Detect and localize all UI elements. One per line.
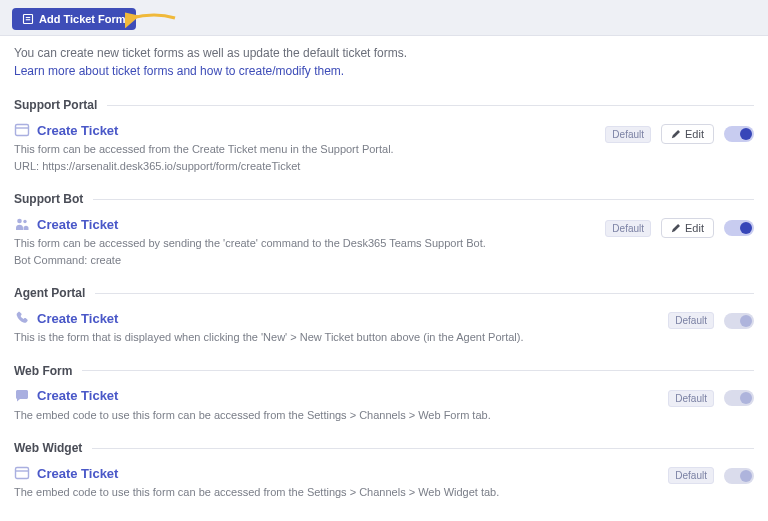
section: Web Widget Create Ticket The embed code …	[14, 441, 754, 501]
section: Support Bot Create Ticket This form can …	[14, 192, 754, 268]
form-actions: Default Edit	[605, 122, 754, 144]
form-row: Create Ticket The embed code to use this…	[14, 465, 754, 501]
teams-icon	[14, 216, 30, 232]
section-title: Support Bot	[14, 192, 83, 206]
divider	[107, 105, 754, 106]
divider	[92, 448, 754, 449]
form-actions: Default	[668, 465, 754, 484]
intro-line1: You can create new ticket forms as well …	[14, 46, 407, 60]
svg-point-5	[17, 219, 22, 224]
default-badge: Default	[668, 467, 714, 484]
phone-icon	[14, 310, 30, 326]
form-description: The embed code to use this form can be a…	[14, 484, 656, 501]
default-badge: Default	[668, 390, 714, 407]
intro-text: You can create new ticket forms as well …	[14, 44, 754, 80]
enable-toggle[interactable]	[724, 390, 754, 406]
form-row: Create Ticket This form can be accessed …	[14, 122, 754, 174]
section: Agent Portal Create Ticket This is the f…	[14, 286, 754, 346]
edit-button[interactable]: Edit	[661, 218, 714, 238]
section-header: Agent Portal	[14, 286, 754, 300]
section-header: Web Form	[14, 364, 754, 378]
enable-toggle[interactable]	[724, 126, 754, 142]
window-icon	[14, 122, 30, 138]
enable-toggle[interactable]	[724, 220, 754, 236]
form-actions: Default	[668, 310, 754, 329]
section-header: Web Widget	[14, 441, 754, 455]
chat-icon	[14, 388, 30, 404]
enable-toggle[interactable]	[724, 313, 754, 329]
form-subline: Bot Command: create	[14, 252, 593, 269]
section: Support Portal Create Ticket This form c…	[14, 98, 754, 174]
form-name-link[interactable]: Create Ticket	[37, 123, 118, 138]
section-title: Agent Portal	[14, 286, 85, 300]
enable-toggle[interactable]	[724, 468, 754, 484]
content-area: You can create new ticket forms as well …	[0, 36, 768, 521]
form-description: This is the form that is displayed when …	[14, 329, 656, 346]
default-badge: Default	[605, 220, 651, 237]
form-name-link[interactable]: Create Ticket	[37, 311, 118, 326]
callout-arrow	[125, 8, 180, 28]
form-icon	[22, 13, 34, 25]
section-title: Web Form	[14, 364, 72, 378]
top-bar: Add Ticket Form	[0, 0, 768, 36]
divider	[82, 370, 754, 371]
add-button-label: Add Ticket Form	[39, 13, 126, 25]
default-badge: Default	[668, 312, 714, 329]
learn-more-link[interactable]: Learn more about ticket forms and how to…	[14, 64, 344, 78]
form-name-link[interactable]: Create Ticket	[37, 466, 118, 481]
section-title: Web Widget	[14, 441, 82, 455]
section: Web Form Create Ticket The embed code to…	[14, 364, 754, 424]
default-badge: Default	[605, 126, 651, 143]
section-header: Support Portal	[14, 98, 754, 112]
section-title: Support Portal	[14, 98, 97, 112]
form-row: Create Ticket This is the form that is d…	[14, 310, 754, 346]
svg-rect-3	[16, 125, 29, 136]
form-description: The embed code to use this form can be a…	[14, 407, 656, 424]
form-actions: Default Edit	[605, 216, 754, 238]
form-row: Create Ticket The embed code to use this…	[14, 388, 754, 424]
svg-rect-7	[16, 468, 29, 479]
form-name-link[interactable]: Create Ticket	[37, 217, 118, 232]
add-ticket-form-button[interactable]: Add Ticket Form	[12, 8, 136, 30]
form-actions: Default	[668, 388, 754, 407]
svg-rect-0	[24, 15, 33, 24]
edit-button[interactable]: Edit	[661, 124, 714, 144]
svg-point-6	[23, 220, 26, 223]
form-row: Create Ticket This form can be accessed …	[14, 216, 754, 268]
divider	[93, 199, 754, 200]
section-header: Support Bot	[14, 192, 754, 206]
form-description: This form can be accessed from the Creat…	[14, 141, 593, 158]
form-name-link[interactable]: Create Ticket	[37, 388, 118, 403]
form-subline: URL: https://arsenalit.desk365.io/suppor…	[14, 158, 593, 175]
divider	[95, 293, 754, 294]
form-description: This form can be accessed by sending the…	[14, 235, 593, 252]
window-icon	[14, 465, 30, 481]
